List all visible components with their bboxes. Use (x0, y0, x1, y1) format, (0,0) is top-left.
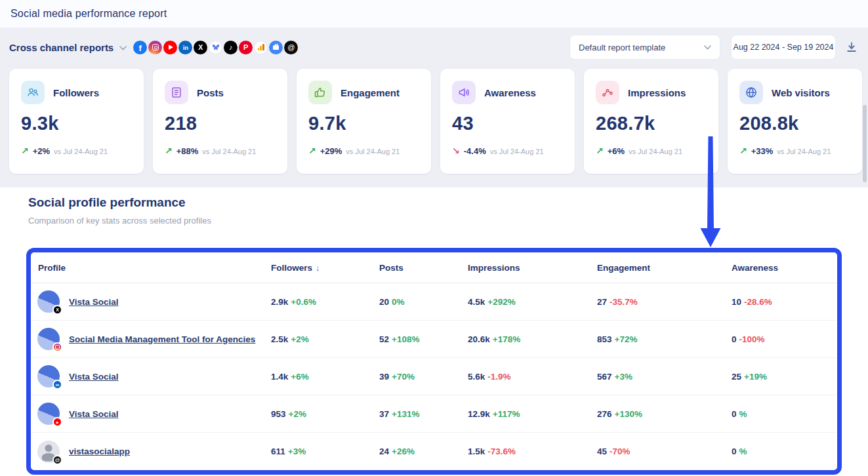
engagement-value: 853 (597, 334, 612, 344)
social-profile-performance-table: Profile Followers↓ Posts Impressions Eng… (26, 248, 842, 475)
toolbar: Cross channel reports Default report tem… (0, 28, 868, 67)
date-range-value: Aug 22 2024 - Sep 19 2024 (734, 43, 834, 52)
engagement-value: 276 (597, 409, 612, 419)
channel-google-business-icon[interactable] (269, 41, 283, 54)
channel-facebook-icon[interactable] (133, 41, 147, 54)
column-header-posts[interactable]: Posts (379, 263, 468, 273)
youtube-play-glyph (169, 45, 173, 50)
profile-link[interactable]: Vista Social (69, 297, 119, 307)
engagement-delta: +72% (615, 334, 638, 344)
posts-delta: +70% (392, 372, 415, 382)
report-template-select[interactable]: Default report template (569, 35, 720, 60)
awareness-value: 0 (732, 446, 737, 456)
stat-label: Awareness (484, 87, 536, 98)
profile-avatar (37, 403, 60, 425)
column-header-engagement[interactable]: Engagement (597, 263, 732, 273)
table-header-row: Profile Followers↓ Posts Impressions Eng… (31, 252, 837, 283)
network-badge-icon (52, 342, 62, 352)
stat-delta: +6% (608, 146, 625, 156)
stat-label: Web visitors (772, 87, 830, 98)
profile-link[interactable]: Vista Social (69, 372, 119, 382)
posts-delta: +108% (392, 334, 419, 344)
briefcase-glyph (273, 45, 279, 50)
channel-threads-icon[interactable] (284, 41, 298, 54)
stat-compare-period: vs Jul 24-Aug 21 (54, 148, 108, 155)
stat-compare-period: vs Jul 24-Aug 21 (490, 148, 544, 155)
stat-card-web-visitors: Web visitors 208.8k +33% vs Jul 24-Aug 2… (728, 69, 862, 174)
posts-icon (165, 81, 188, 104)
section-header: Social profile performance Comparison of… (28, 195, 211, 226)
trend-arrow-icon (165, 146, 173, 156)
followers-delta: +6% (291, 372, 308, 382)
page-title: Social media performance report (10, 8, 167, 20)
channel-pinterest-icon[interactable] (239, 41, 253, 54)
channel-google-analytics-icon[interactable] (254, 41, 268, 54)
impressions-value: 20.6k (468, 334, 490, 344)
followers-value: 611 (271, 446, 285, 456)
column-header-followers[interactable]: Followers↓ (271, 263, 379, 273)
instagram-camera-glyph (152, 44, 159, 50)
impressions-delta: -73.6% (487, 446, 516, 456)
followers-delta: +2% (291, 334, 308, 344)
stat-value: 268.7k (596, 113, 707, 134)
network-badge-icon (52, 305, 62, 315)
sort-descending-icon[interactable]: ↓ (316, 263, 320, 273)
column-header-awareness[interactable]: Awareness (732, 263, 837, 273)
column-header-impressions[interactable]: Impressions (468, 263, 597, 273)
profile-link[interactable]: Vista Social (69, 409, 119, 419)
table-row: Vista Social 2.9k+0.6% 200% 4.5k+292% 27… (31, 283, 837, 321)
profile-avatar (37, 441, 60, 463)
thumbs-up-icon (308, 81, 332, 104)
impressions-delta: +292% (487, 297, 515, 307)
channel-youtube-icon[interactable] (163, 41, 177, 54)
stat-compare-period: vs Jul 24-Aug 21 (202, 148, 256, 155)
download-report-button[interactable] (846, 41, 858, 53)
impressions-value: 12.9k (468, 409, 490, 419)
globe-icon (739, 81, 763, 104)
profile-link[interactable]: Social Media Management Tool for Agencie… (69, 334, 255, 344)
trend-arrow-icon (452, 146, 460, 156)
channel-linkedin-icon[interactable] (178, 41, 192, 54)
trend-arrow-icon (739, 146, 747, 156)
network-badge-icon (52, 380, 62, 389)
date-range-picker[interactable]: Aug 22 2024 - Sep 19 2024 (731, 35, 836, 60)
impressions-delta: +178% (493, 334, 520, 344)
stat-compare-period: vs Jul 24-Aug 21 (346, 148, 400, 155)
stat-label: Impressions (628, 87, 686, 98)
profile-avatar (37, 290, 60, 313)
engagement-delta: +3% (615, 372, 632, 382)
posts-value: 20 (379, 297, 389, 307)
stat-card-followers: Followers 9.3k +2% vs Jul 24-Aug 21 (9, 69, 144, 174)
posts-delta: 0% (392, 297, 405, 307)
stat-value: 9.3k (21, 113, 132, 134)
titlebar: Social media performance report (0, 0, 868, 28)
stat-value: 208.8k (739, 113, 850, 134)
table-row: vistasocialapp 611+3% 24+26% 1.5k-73.6% … (31, 433, 837, 470)
profile-link[interactable]: vistasocialapp (69, 446, 130, 456)
posts-value: 37 (379, 409, 389, 419)
stat-label: Followers (53, 87, 99, 98)
vertical-scrollbar[interactable] (863, 105, 867, 182)
stat-card-engagement: Engagement 9.7k +29% vs Jul 24-Aug 21 (297, 69, 431, 174)
posts-value: 52 (379, 334, 389, 344)
impressions-value: 5.6k (468, 372, 485, 382)
table-row: Social Media Management Tool for Agencie… (31, 321, 837, 358)
engagement-delta: -35.7% (610, 297, 638, 307)
chevron-down-icon (704, 45, 711, 50)
stat-compare-period: vs Jul 24-Aug 21 (777, 148, 831, 155)
channel-instagram-icon[interactable] (148, 41, 162, 54)
impressions-delta: +117% (493, 409, 520, 419)
stat-delta: +33% (751, 146, 774, 156)
profile-avatar (37, 328, 60, 350)
channel-x-icon[interactable] (194, 41, 207, 54)
stat-value: 9.7k (308, 113, 419, 134)
followers-value: 2.9k (271, 297, 288, 307)
followers-value: 953 (271, 409, 286, 419)
chevron-down-icon[interactable] (119, 46, 127, 50)
download-icon (846, 41, 858, 53)
reports-menu[interactable]: Cross channel reports (9, 42, 114, 53)
column-header-profile[interactable]: Profile (31, 263, 271, 273)
channel-tiktok-icon[interactable] (224, 41, 238, 54)
share-nodes-icon (596, 81, 619, 104)
channel-bluesky-icon[interactable] (209, 41, 222, 54)
